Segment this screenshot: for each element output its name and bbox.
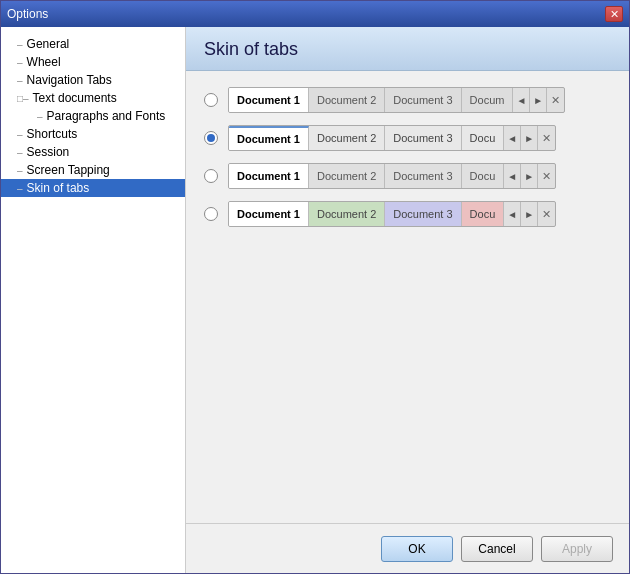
skin2-tab-4[interactable]: Docu — [462, 126, 505, 150]
skin4-tab-2[interactable]: Document 2 — [309, 202, 385, 226]
sidebar-item-general[interactable]: – General — [1, 35, 185, 53]
skin3-tab-4[interactable]: Docu — [462, 164, 505, 188]
window-title: Options — [7, 7, 48, 21]
sidebar-item-text-documents[interactable]: □– Text documents — [1, 89, 185, 107]
skin1-tab-3[interactable]: Document 3 — [385, 88, 461, 112]
skin1-tab-4[interactable]: Docum — [462, 88, 514, 112]
sidebar-item-session[interactable]: – Session — [1, 143, 185, 161]
skin2-prev-btn[interactable]: ◄ — [504, 126, 521, 150]
footer: OK Cancel Apply — [186, 523, 629, 573]
skin4-preview: Document 1 Document 2 Document 3 Docu ◄ … — [228, 201, 556, 227]
skin2-tab-3[interactable]: Document 3 — [385, 126, 461, 150]
skin4-next-btn[interactable]: ► — [521, 202, 538, 226]
skin3-prev-btn[interactable]: ◄ — [504, 164, 521, 188]
ok-button[interactable]: OK — [381, 536, 453, 562]
skin-options: Document 1 Document 2 Document 3 Docum ◄… — [186, 71, 629, 523]
sidebar-label-general: General — [27, 37, 70, 51]
skin1-close-btn[interactable]: ✕ — [547, 88, 564, 112]
skin3-close-btn[interactable]: ✕ — [538, 164, 555, 188]
options-window: Options ✕ – General – Wheel – Navigation… — [0, 0, 630, 574]
skin-row-4: Document 1 Document 2 Document 3 Docu ◄ … — [204, 201, 611, 227]
sidebar-label-shortcuts: Shortcuts — [27, 127, 78, 141]
skin4-prev-btn[interactable]: ◄ — [504, 202, 521, 226]
skin-row-2: Document 1 Document 2 Document 3 Docu ◄ … — [204, 125, 611, 151]
skin3-preview: Document 1 Document 2 Document 3 Docu ◄ … — [228, 163, 556, 189]
sidebar-label-paragraphs-fonts: Paragraphs and Fonts — [47, 109, 166, 123]
sidebar-label-navigation-tabs: Navigation Tabs — [27, 73, 112, 87]
skin4-radio[interactable] — [204, 207, 218, 221]
skin3-next-btn[interactable]: ► — [521, 164, 538, 188]
skin2-radio[interactable] — [204, 131, 218, 145]
close-button[interactable]: ✕ — [605, 6, 623, 22]
sidebar-item-navigation-tabs[interactable]: – Navigation Tabs — [1, 71, 185, 89]
skin2-tab-active[interactable]: Document 1 — [229, 126, 309, 150]
sidebar: – General – Wheel – Navigation Tabs □– T… — [1, 27, 186, 573]
cancel-button[interactable]: Cancel — [461, 536, 533, 562]
sidebar-item-paragraphs-fonts[interactable]: – Paragraphs and Fonts — [1, 107, 185, 125]
sidebar-label-wheel: Wheel — [27, 55, 61, 69]
content-area: – General – Wheel – Navigation Tabs □– T… — [1, 27, 629, 573]
skin2-tab-2[interactable]: Document 2 — [309, 126, 385, 150]
main-panel: Skin of tabs Document 1 Document 2 Docum… — [186, 27, 629, 573]
skin1-tab-active[interactable]: Document 1 — [229, 88, 309, 112]
skin2-close-btn[interactable]: ✕ — [538, 126, 555, 150]
sidebar-item-shortcuts[interactable]: – Shortcuts — [1, 125, 185, 143]
skin4-tab-3[interactable]: Document 3 — [385, 202, 461, 226]
skin-row-1: Document 1 Document 2 Document 3 Docum ◄… — [204, 87, 611, 113]
skin1-preview: Document 1 Document 2 Document 3 Docum ◄… — [228, 87, 565, 113]
skin3-radio[interactable] — [204, 169, 218, 183]
sidebar-label-skin-of-tabs: Skin of tabs — [27, 181, 90, 195]
sidebar-label-screen-tapping: Screen Tapping — [27, 163, 110, 177]
panel-title: Skin of tabs — [204, 39, 611, 60]
skin2-preview: Document 1 Document 2 Document 3 Docu ◄ … — [228, 125, 556, 151]
sidebar-item-skin-of-tabs[interactable]: – Skin of tabs — [1, 179, 185, 197]
skin1-prev-btn[interactable]: ◄ — [513, 88, 530, 112]
main-header: Skin of tabs — [186, 27, 629, 71]
apply-button[interactable]: Apply — [541, 536, 613, 562]
sidebar-item-wheel[interactable]: – Wheel — [1, 53, 185, 71]
skin2-next-btn[interactable]: ► — [521, 126, 538, 150]
sidebar-label-text-documents: Text documents — [33, 91, 117, 105]
sidebar-label-session: Session — [27, 145, 70, 159]
skin1-tab-2[interactable]: Document 2 — [309, 88, 385, 112]
skin4-close-btn[interactable]: ✕ — [538, 202, 555, 226]
skin4-tab-active[interactable]: Document 1 — [229, 202, 309, 226]
skin3-tab-2[interactable]: Document 2 — [309, 164, 385, 188]
skin3-tab-3[interactable]: Document 3 — [385, 164, 461, 188]
skin3-tab-active[interactable]: Document 1 — [229, 164, 309, 188]
skin1-next-btn[interactable]: ► — [530, 88, 547, 112]
sidebar-item-screen-tapping[interactable]: – Screen Tapping — [1, 161, 185, 179]
titlebar: Options ✕ — [1, 1, 629, 27]
skin1-radio[interactable] — [204, 93, 218, 107]
skin4-tab-4[interactable]: Docu — [462, 202, 505, 226]
skin-row-3: Document 1 Document 2 Document 3 Docu ◄ … — [204, 163, 611, 189]
